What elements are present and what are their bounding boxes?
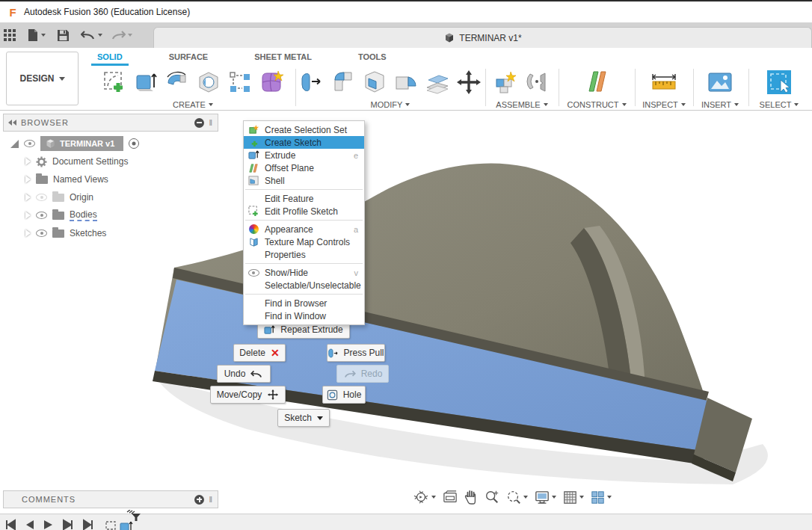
chevron-right-icon[interactable] [25, 158, 31, 165]
root-component-chip[interactable]: TERMINAR v1 [40, 136, 123, 151]
marking-undo-button[interactable]: Undo [217, 365, 271, 383]
move-copy-button[interactable] [455, 68, 483, 96]
menu-item-find-in-window[interactable]: Find in Window [244, 309, 364, 322]
press-pull-button[interactable] [298, 68, 326, 96]
comments-header[interactable]: COMMENTS ‖ [3, 490, 218, 508]
marking-sketch-button[interactable]: Sketch [277, 409, 330, 427]
visibility-eye-off-icon[interactable] [36, 194, 47, 201]
menu-item-appearance[interactable]: Appearance a [244, 223, 364, 235]
visibility-eye-icon[interactable] [36, 229, 47, 237]
offset-face-button[interactable] [423, 68, 452, 96]
timeline-step-back-button[interactable] [24, 519, 34, 530]
combine-button[interactable] [392, 68, 420, 96]
timeline-play-button[interactable] [43, 519, 54, 530]
marking-button-label: Press Pull [343, 348, 384, 358]
display-settings-button[interactable] [535, 490, 556, 505]
marking-delete-button[interactable]: Delete ✕ [233, 344, 286, 362]
new-component-button[interactable] [492, 68, 520, 96]
collapse-browser-icon[interactable] [8, 120, 16, 126]
marking-redo-button[interactable]: Redo [336, 365, 389, 383]
activate-component-radio[interactable] [129, 138, 139, 149]
undo-button[interactable] [81, 25, 102, 45]
marking-press-pull-button[interactable]: Press Pull [327, 344, 385, 362]
create-form-button[interactable] [257, 68, 286, 96]
chevron-right-icon[interactable] [25, 212, 31, 219]
measure-button[interactable] [650, 68, 678, 96]
look-at-button[interactable] [443, 490, 458, 504]
redo-button[interactable] [111, 25, 132, 45]
browser-collapse-icon[interactable] [194, 118, 204, 128]
pattern-button[interactable] [226, 68, 254, 96]
viewport-canvas[interactable]: BROWSER ‖ TERMINAR v1 [0, 111, 812, 513]
chevron-right-icon[interactable] [25, 194, 31, 201]
group-create-dropdown[interactable]: CREATE [91, 100, 295, 109]
tab-sheet-metal[interactable]: SHEET METAL [248, 49, 318, 66]
group-select-dropdown[interactable]: SELECT [749, 100, 809, 109]
timeline-step-forward-button[interactable] [63, 519, 73, 530]
menu-item-offset-plane[interactable]: Offset Plane [244, 161, 364, 174]
document-tab[interactable]: TERMINAR v1* [153, 27, 812, 48]
group-modify-dropdown[interactable]: MODIFY [298, 100, 483, 109]
save-button[interactable] [57, 25, 70, 45]
shell-button[interactable] [360, 68, 389, 96]
construct-plane-button[interactable] [582, 68, 611, 96]
tree-item-origin[interactable]: Origin [19, 188, 99, 206]
fillet-button[interactable] [329, 68, 357, 96]
zoom-button[interactable] [485, 490, 499, 505]
group-assemble-dropdown[interactable]: ASSEMBLE [487, 100, 556, 109]
extrude-button[interactable] [132, 68, 160, 96]
tree-item-label: Named Views [53, 174, 108, 185]
workspace-selector[interactable]: DESIGN [6, 52, 79, 105]
menu-item-find-in-browser[interactable]: Find in Browser [244, 297, 364, 309]
browser-header[interactable]: BROWSER ‖ [3, 114, 218, 132]
menu-item-edit-feature[interactable]: Edit Feature [244, 192, 364, 205]
group-insert-dropdown[interactable]: INSERT [694, 100, 746, 109]
menu-item-edit-profile-sketch[interactable]: Edit Profile Sketch [244, 205, 364, 218]
app-grid-button[interactable] [3, 25, 16, 45]
offset-plane-icon [247, 162, 260, 173]
viewports-button[interactable] [591, 490, 612, 505]
create-sketch-button[interactable] [100, 68, 129, 96]
file-menu-button[interactable] [27, 25, 46, 45]
hole-button[interactable] [194, 68, 223, 96]
menu-item-properties[interactable]: Properties [244, 248, 364, 261]
timeline-sketch-feature[interactable] [105, 519, 117, 530]
select-button[interactable] [765, 68, 793, 96]
orbit-button[interactable] [413, 490, 436, 505]
marking-move-copy-button[interactable]: Move/Copy [210, 386, 286, 404]
group-inspect-dropdown[interactable]: INSPECT [636, 100, 692, 109]
tree-item-named-views[interactable]: Named Views [19, 170, 114, 188]
browser-root-row[interactable]: TERMINAR v1 [4, 135, 145, 152]
joint-button[interactable] [523, 68, 552, 96]
tab-tools[interactable]: TOOLS [352, 49, 393, 66]
revolve-button[interactable] [163, 68, 191, 96]
marking-hole-button[interactable]: Hole [322, 386, 366, 404]
menu-item-create-selection-set[interactable]: Create Selection Set [244, 123, 364, 136]
menu-item-shell[interactable]: Shell [244, 174, 364, 187]
menu-item-show-hide[interactable]: Show/Hide v [244, 266, 364, 279]
menu-item-selectable-unselectable[interactable]: Selectable/Unselectable [244, 279, 364, 292]
grid-snap-button[interactable] [563, 490, 584, 505]
menu-item-create-sketch[interactable]: Create Sketch [244, 136, 364, 149]
insert-canvas-button[interactable] [706, 68, 734, 96]
fit-button[interactable] [506, 490, 528, 505]
tree-item-document-settings[interactable]: Document Settings [19, 152, 134, 170]
timeline-go-end-button[interactable] [82, 519, 94, 530]
tree-item-sketches[interactable]: Sketches [19, 224, 112, 242]
chevron-right-icon[interactable] [25, 229, 31, 237]
menu-item-texture-map-controls[interactable]: Texture Map Controls [244, 235, 364, 248]
pan-button[interactable] [464, 490, 478, 505]
expand-triangle-icon[interactable] [10, 140, 19, 148]
timeline-go-start-button[interactable] [4, 519, 16, 530]
tab-surface[interactable]: SURFACE [163, 49, 215, 66]
menu-item-extrude[interactable]: Extrude e [244, 149, 364, 161]
root-visibility-eye-icon[interactable] [24, 140, 35, 147]
chevron-right-icon[interactable] [25, 176, 31, 183]
group-construct-dropdown[interactable]: CONSTRUCT [561, 100, 633, 109]
visibility-eye-icon[interactable] [36, 212, 47, 219]
tree-item-bodies[interactable]: Bodies [19, 206, 103, 224]
add-comment-icon[interactable] [194, 495, 204, 505]
browser-grip-handle[interactable]: ‖ [209, 118, 213, 127]
tab-solid[interactable]: SOLID [91, 49, 129, 66]
comments-grip-handle[interactable]: ‖ [209, 495, 213, 504]
